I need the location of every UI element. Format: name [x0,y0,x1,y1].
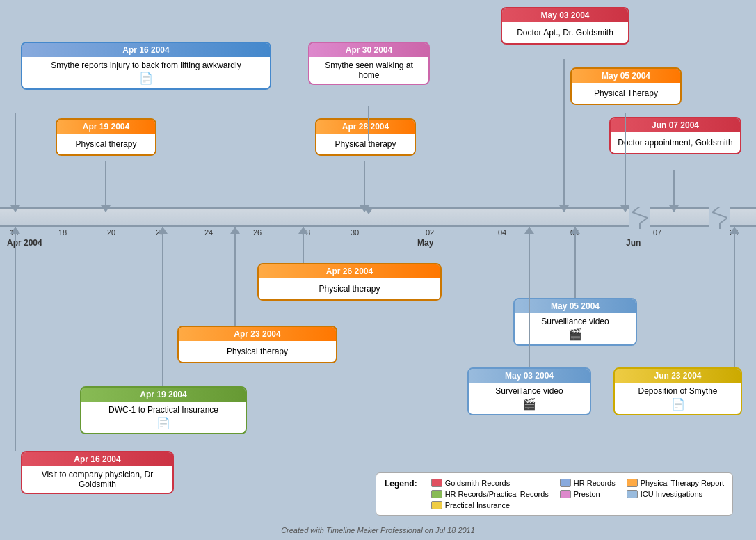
film-icon: 🎬 [522,397,536,411]
footer-text: Created with Timeline Maker Professional… [0,526,756,534]
card-apr26-pt-body: Physical therapy [259,278,440,299]
legend-pt: Physical Therapy Report [627,479,724,487]
tick-24: 24 [204,228,213,237]
tick-04: 04 [498,228,506,237]
legend-goldsmith-swatch [431,479,442,487]
card-apr26-pt-date: Apr 26 2004 [259,264,440,278]
card-may05-pt-date: May 05 2004 [572,69,680,83]
card-jun07-doctor-date: Jun 07 2004 [611,118,740,132]
card-apr16-injury: Apr 16 2004 Smythe reports injury to bac… [21,42,271,90]
doc-icon: 📄 [139,72,153,85]
line-jun07 [673,170,675,207]
card-apr19-dwc: Apr 19 2004 DWC-1 to Practical Insurance… [80,386,247,434]
arrow-may05-surv [570,227,580,234]
legend-icu: ICU Investigations [627,490,724,498]
card-jun23-depo: Jun 23 2004 Deposition of Smythe 📄 [613,367,742,415]
card-may03-doctor-body: Doctor Apt., Dr. Goldsmith [502,22,628,43]
card-apr16-injury-body: Smythe reports injury to back from lifti… [22,57,270,88]
card-apr23-pt: Apr 23 2004 Physical therapy [177,326,337,363]
card-may03-surv: May 03 2004 Surveillance video 🎬 [467,367,591,415]
arrow-jun23 [730,227,739,234]
month-may: May [417,238,433,248]
line-may05-pt [625,113,626,207]
card-apr28-pt-date: Apr 28 2004 [316,120,415,134]
legend-hrpr: HR Records/Practical Records [431,490,549,498]
card-apr19-pt-above-body: Physical therapy [57,134,155,154]
card-apr28-pt-body: Physical therapy [316,134,415,154]
line-apr23 [234,227,236,326]
legend-hr: HR Records [560,479,616,487]
line-apr16-below [15,227,16,451]
tick-18: 18 [58,228,67,237]
card-apr30-walking-body: Smythe seen walking at home [309,57,428,84]
card-apr19-dwc-date: Apr 19 2004 [81,388,246,402]
legend-icu-label: ICU Investigations [641,490,702,498]
line-apr28 [364,161,365,207]
film-icon-2: 🎬 [568,328,582,341]
card-apr30-walking-date: Apr 30 2004 [309,43,428,57]
card-apr23-pt-date: Apr 23 2004 [179,327,336,341]
doc-icon-2: 📄 [156,416,170,429]
card-apr30-walking: Apr 30 2004 Smythe seen walking at home [308,42,430,85]
arrow-apr26 [298,227,308,234]
legend-preston-swatch [560,490,571,498]
doc-icon-3: 📄 [671,397,685,411]
arrow-apr19-above [101,205,111,212]
arrow-apr19-dwc [158,227,168,234]
legend-hr-swatch [560,479,571,487]
arrow-may03-doctor [559,205,569,212]
line-apr19-above [105,161,106,207]
month-jun: Jun [626,238,641,248]
card-apr19-pt-above-date: Apr 19 2004 [57,120,155,134]
card-jun07-doctor-body: Doctor appointment, Goldsmith [611,132,740,153]
card-jun23-depo-date: Jun 23 2004 [615,369,741,383]
line-apr16 [15,113,16,207]
legend-hr-label: HR Records [574,479,616,487]
arrow-apr30 [364,207,373,214]
card-apr16-injury-date: Apr 16 2004 [22,43,270,57]
tick-07: 07 [653,228,661,237]
card-may03-doctor-date: May 03 2004 [502,8,628,22]
card-apr23-pt-body: Physical therapy [179,341,336,362]
line-apr30 [368,106,369,141]
card-may05-surv-date: May 05 2004 [515,299,636,313]
line-may05-surv [574,227,576,298]
card-apr26-pt: Apr 26 2004 Physical therapy [257,263,442,301]
card-may05-pt-body: Physical Therapy [572,83,680,104]
legend-pt-label: Physical Therapy Report [641,479,724,487]
tick-30: 30 [351,228,359,237]
legend-preston-label: Preston [574,490,600,498]
legend-pi: Practical Insurance [431,501,549,509]
tick-26: 26 [253,228,262,237]
line-may03-doctor [563,59,565,207]
arrow-apr16 [10,205,20,212]
legend-icu-swatch [627,490,638,498]
timeline-break [629,205,650,230]
legend-hrpr-swatch [431,490,442,498]
card-apr16-physician-body: Visit to company physician, Dr Goldsmith [22,466,172,493]
legend-goldsmith-label: Goldsmith Records [445,479,510,487]
line-apr19-dwc [162,227,163,386]
legend-pi-label: Practical Insurance [445,501,510,509]
arrow-may05-pt [620,205,630,212]
card-jun23-depo-body: Deposition of Smythe 📄 [615,383,741,414]
card-may05-pt: May 05 2004 Physical Therapy [570,68,682,105]
card-may03-surv-date: May 03 2004 [469,369,590,383]
arrow-apr23 [230,227,240,234]
card-apr19-dwc-body: DWC-1 to Practical Insurance 📄 [81,402,246,433]
legend-pi-swatch [431,501,442,509]
legend-goldsmith: Goldsmith Records [431,479,549,487]
arrow-apr16-below [10,227,20,234]
line-may03-surv [529,227,530,367]
card-may03-doctor: May 03 2004 Doctor Apt., Dr. Goldsmith [501,7,629,45]
legend-preston: Preston [560,490,616,498]
card-apr19-pt-above: Apr 19 2004 Physical therapy [56,118,156,156]
card-jun07-doctor: Jun 07 2004 Doctor appointment, Goldsmit… [609,117,741,154]
card-apr16-physician-date: Apr 16 2004 [22,452,172,466]
card-may05-surv-body: Surveillance video 🎬 [515,313,636,344]
card-may05-surv: May 05 2004 Surveillance video 🎬 [513,298,637,346]
arrow-may03-surv [524,227,534,234]
timeline-break-2 [709,205,730,230]
card-apr16-physician: Apr 16 2004 Visit to company physician, … [21,451,174,494]
line-jun23 [734,227,735,367]
